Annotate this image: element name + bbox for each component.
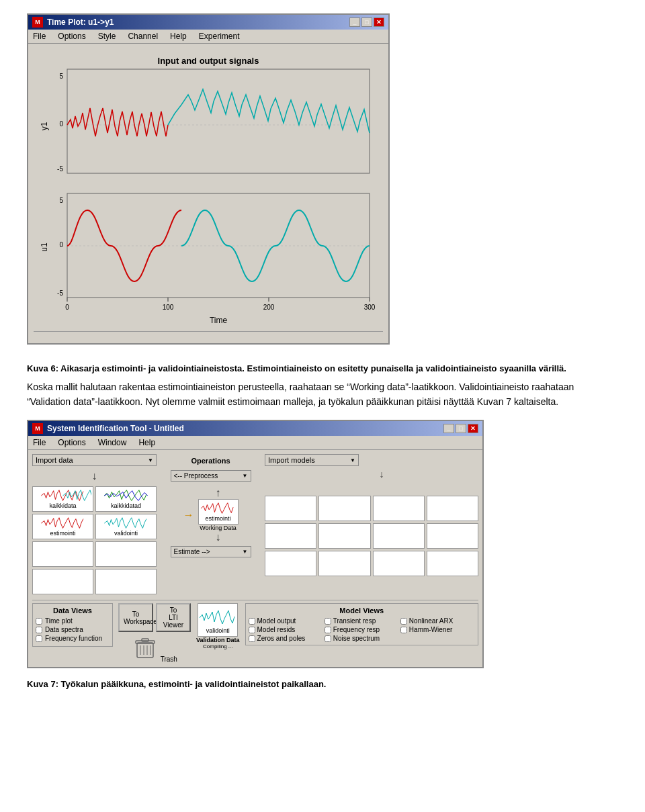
validointi-label: validointi xyxy=(114,531,138,537)
import-data-button[interactable]: Import data xyxy=(32,454,157,466)
time-plot-menubar: File Options Style Channel Help Experime… xyxy=(28,30,388,44)
model-resids-label: Model resids xyxy=(257,626,296,633)
frequency-resp-label: Frequency resp xyxy=(333,626,380,633)
arrow-right-icon: → xyxy=(183,509,194,521)
preprocess-button[interactable]: <-- Preprocess xyxy=(171,470,251,482)
trash-area: Trash xyxy=(132,635,177,663)
data-views-title: Data Views xyxy=(36,606,110,615)
menu-experiment[interactable]: Experiment xyxy=(197,31,242,42)
chart-title: Input and output signals xyxy=(158,56,259,66)
model-resids-item: Model resids xyxy=(249,626,323,633)
sit-menu-file[interactable]: File xyxy=(31,437,48,448)
window-controls[interactable]: _ □ ✕ xyxy=(349,17,384,27)
kaikkidata-label: kaikkidata xyxy=(49,503,76,510)
model-views-title: Model Views xyxy=(249,606,475,615)
kaikkidatad-cell[interactable]: kaikkidatad xyxy=(95,486,157,512)
sit-maximize-button[interactable]: □ xyxy=(456,424,466,433)
svg-text:-5: -5 xyxy=(57,289,63,297)
frequency-resp-checkbox[interactable] xyxy=(325,627,331,633)
sit-menubar: File Options Window Help xyxy=(28,436,482,450)
sit-menu-help[interactable]: Help xyxy=(136,437,157,448)
menu-options[interactable]: Options xyxy=(56,31,87,42)
model-cell-3 xyxy=(373,496,425,521)
sit-left-panel: Import data ↓ kaikkidata xyxy=(32,454,157,594)
time-plot-svg: Input and output signals y1 5 0 -5 u1 5 … xyxy=(34,49,383,331)
estimate-button[interactable]: Estimate --> xyxy=(171,546,251,557)
menu-file[interactable]: File xyxy=(31,31,48,42)
kaikkidatad-label: kaikkidatad xyxy=(111,503,141,510)
validation-signal xyxy=(200,608,236,628)
menu-channel[interactable]: Channel xyxy=(126,31,160,42)
sit-window: M System Identification Tool - Untitled … xyxy=(27,420,484,668)
noise-spectrum-item: Noise spectrum xyxy=(325,635,399,642)
caption-2: Kuva 7: Työkalun pääikkuna, estimointi- … xyxy=(27,679,618,689)
freq-function-row: Frequency function xyxy=(36,635,110,642)
sit-close-button[interactable]: ✕ xyxy=(468,424,478,433)
to-lti-viewer-button[interactable]: To LTI Viewer xyxy=(156,603,191,632)
model-cell-10 xyxy=(318,551,370,576)
sit-menu-options[interactable]: Options xyxy=(56,437,87,448)
transient-resp-checkbox[interactable] xyxy=(325,618,331,625)
compiling-label: Compiling ... xyxy=(203,643,232,649)
to-workspace-label: To Workspace xyxy=(124,611,157,625)
import-models-button[interactable]: Import models xyxy=(265,454,359,466)
action-buttons-area: To Workspace To LTI Viewer xyxy=(118,603,191,663)
empty-cell-3 xyxy=(32,569,93,594)
trash-icon xyxy=(132,635,159,662)
close-button[interactable]: ✕ xyxy=(374,17,384,27)
kaikkidata-cell[interactable]: kaikkidata xyxy=(32,486,93,512)
transient-resp-item: Transient resp xyxy=(325,617,399,625)
validation-cell-area: validointi Validation Data Compiling ... xyxy=(196,603,240,649)
sit-title: System Identification Tool - Untitled xyxy=(47,424,184,433)
zeros-poles-checkbox[interactable] xyxy=(249,635,255,642)
sit-menu-window[interactable]: Window xyxy=(96,437,129,448)
validointi-cell[interactable]: validointi xyxy=(95,514,157,539)
menu-help[interactable]: Help xyxy=(168,31,189,42)
zeros-poles-item: Zeros and poles xyxy=(249,635,323,642)
time-plot-label: Time plot xyxy=(45,617,73,625)
maximize-button[interactable]: □ xyxy=(361,17,372,27)
arrow-down-1: ↓ xyxy=(32,470,157,482)
model-cell-12 xyxy=(427,551,478,576)
model-cell-11 xyxy=(373,551,425,576)
sit-titlebar-left: M System Identification Tool - Untitled xyxy=(32,423,184,434)
estimointi-label: estimointi xyxy=(50,531,75,537)
to-workspace-button[interactable]: To Workspace xyxy=(118,603,153,632)
model-cell-1 xyxy=(265,496,316,521)
data-spectra-checkbox[interactable] xyxy=(36,627,42,633)
to-lti-viewer-label: To LTI Viewer xyxy=(163,606,183,629)
working-data-cell[interactable]: estimointi xyxy=(198,499,239,525)
menu-style[interactable]: Style xyxy=(96,31,118,42)
import-arrow-down: ↓ xyxy=(285,469,478,480)
minimize-button[interactable]: _ xyxy=(349,17,360,27)
validation-data-cell[interactable]: validointi xyxy=(198,603,238,637)
model-output-checkbox[interactable] xyxy=(249,618,255,625)
working-data-signal xyxy=(200,501,236,516)
svg-text:5: 5 xyxy=(59,73,63,80)
noise-spectrum-checkbox[interactable] xyxy=(325,635,331,642)
model-resids-checkbox[interactable] xyxy=(249,627,255,633)
model-cell-6 xyxy=(318,523,370,549)
working-data-text: Working Data xyxy=(200,525,236,531)
working-data-area: ↑ estimointi Working Data ↓ xyxy=(198,487,239,543)
hamm-wiener-checkbox[interactable] xyxy=(400,627,407,633)
time-plot-checkbox[interactable] xyxy=(36,618,42,625)
svg-text:300: 300 xyxy=(364,304,376,311)
nonlinear-arx-checkbox[interactable] xyxy=(400,618,407,625)
svg-text:0: 0 xyxy=(59,120,63,128)
model-cell-5 xyxy=(265,523,316,549)
u1-label: u1 xyxy=(40,242,49,252)
sit-window-controls[interactable]: _ □ ✕ xyxy=(443,424,478,433)
body-text-1: Koska mallit halutaan rakentaa estimoint… xyxy=(27,379,618,410)
freq-function-checkbox[interactable] xyxy=(36,635,42,642)
time-plot-title: Time Plot: u1->y1 xyxy=(47,17,114,27)
estimointi-cell[interactable]: estimointi xyxy=(32,514,93,539)
sit-minimize-button[interactable]: _ xyxy=(443,424,454,433)
model-cell-8 xyxy=(427,523,478,549)
matlab-icon: M xyxy=(32,17,43,28)
estimointi-signal xyxy=(34,516,91,531)
time-plot-window: M Time Plot: u1->y1 _ □ ✕ File Options S… xyxy=(27,13,390,345)
transient-resp-label: Transient resp xyxy=(333,617,376,625)
scrollbar[interactable] xyxy=(34,331,383,338)
x-axis-label: Time xyxy=(210,316,228,325)
